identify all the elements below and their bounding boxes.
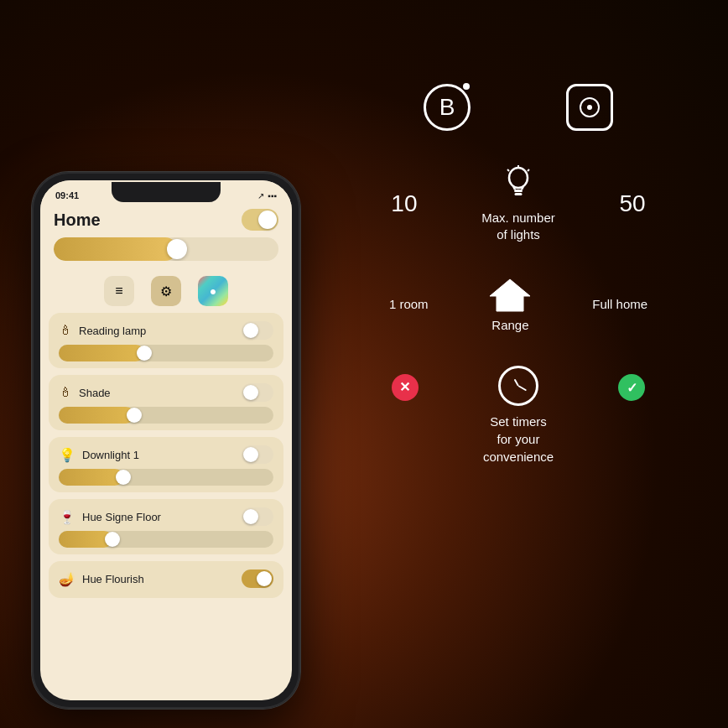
bluetooth-registered-dot	[463, 83, 470, 90]
light-name-reading: Reading lamp	[79, 325, 146, 337]
light-item-downlight: 💡 Downlight 1	[49, 437, 283, 492]
clock-icon	[498, 366, 538, 406]
bridge-feature	[566, 84, 613, 131]
slider-shade[interactable]	[59, 407, 273, 424]
range-center: Range	[488, 276, 532, 332]
x-circle-icon: ✕	[392, 374, 419, 401]
toggle-signe[interactable]	[242, 507, 273, 526]
slider-downlight[interactable]	[59, 469, 273, 486]
light-item-signe: 🍷 Hue Signe Floor	[49, 499, 283, 554]
svg-point-0	[509, 168, 528, 188]
slider-reading[interactable]	[59, 345, 273, 361]
bluetooth-symbol: B	[439, 96, 455, 119]
home-icon	[488, 276, 532, 313]
timers-label2: for your	[483, 430, 554, 448]
light-list: 🕯 Reading lamp 🕯 Shade	[40, 313, 292, 605]
svg-marker-8	[490, 279, 530, 311]
bridge-icon	[566, 84, 613, 131]
connectivity-row: B	[342, 84, 694, 131]
light-icon-downlight: 💡	[59, 447, 75, 463]
max-lights-center: Max. number of lights	[481, 164, 555, 242]
light-icon-signe: 🍷	[59, 509, 75, 525]
range-section: 1 room Range Full home	[342, 276, 694, 332]
tab-list[interactable]: ≡	[104, 276, 134, 306]
bluetooth-icon: B	[424, 84, 471, 131]
bridge-dot	[587, 105, 592, 110]
check-symbol: ✓	[627, 380, 637, 396]
toggle-shade[interactable]	[242, 383, 273, 402]
home-toggle[interactable]	[242, 209, 278, 231]
svg-rect-4	[514, 193, 522, 195]
max-lights-label1: Max. number	[481, 210, 555, 226]
light-icon-reading: 🕯	[59, 323, 72, 338]
brightness-slider[interactable]	[54, 237, 278, 261]
brightness-thumb	[167, 239, 187, 259]
battery-icon: ▪▪▪	[268, 191, 277, 200]
info-panel: B 10 M	[342, 84, 694, 465]
light-icon-shade: 🕯	[59, 385, 72, 400]
check-circle-icon: ✓	[618, 374, 645, 401]
timers-label3: convenience	[483, 448, 554, 465]
range-min-label: 1 room	[389, 297, 429, 311]
location-icon: ↗	[257, 191, 264, 200]
svg-line-7	[528, 169, 529, 171]
bulb-icon	[506, 164, 531, 201]
light-name-signe: Hue Signe Floor	[82, 511, 161, 523]
x-symbol: ✕	[399, 381, 410, 394]
range-max-label: Full home	[592, 297, 647, 311]
light-name-flourish: Hue Flourish	[82, 573, 144, 585]
bridge-inner-circle	[580, 97, 600, 117]
app-title: Home	[54, 211, 101, 230]
toggle-downlight[interactable]	[242, 445, 273, 464]
light-name-shade: Shade	[79, 387, 111, 399]
min-lights-value: 10	[391, 190, 417, 217]
phone-mockup: 09:41 ↗ ▪▪▪ Home ≡ ⚙ ●	[32, 172, 300, 709]
status-icons: ↗ ▪▪▪	[257, 191, 277, 200]
max-lights-value: 50	[619, 190, 645, 217]
timers-label1: Set timers	[483, 413, 554, 430]
range-label: Range	[491, 318, 528, 332]
light-name-downlight: Downlight 1	[82, 449, 139, 461]
brightness-fill	[54, 237, 177, 261]
tab-settings[interactable]: ⚙	[151, 276, 181, 306]
status-time: 09:41	[55, 190, 79, 200]
light-item-flourish: 🪔 Hue Flourish	[49, 561, 283, 598]
slider-signe[interactable]	[59, 531, 273, 548]
max-lights-label2: of lights	[481, 226, 555, 243]
tab-bar: ≡ ⚙ ●	[40, 269, 292, 313]
phone-notch	[112, 182, 221, 202]
tab-color[interactable]: ●	[198, 276, 228, 306]
timers-section: ✕ Set timers for your convenience ✓	[342, 366, 694, 465]
toggle-flourish[interactable]	[242, 569, 273, 588]
timers-center: Set timers for your convenience	[483, 366, 554, 465]
light-item-reading-lamp: 🕯 Reading lamp	[49, 313, 283, 368]
max-lights-section: 10 Max. number of lights 50	[342, 164, 694, 242]
clock-minute-hand	[517, 385, 527, 391]
bluetooth-feature: B	[424, 84, 471, 131]
svg-rect-3	[514, 190, 523, 192]
phone-screen: 09:41 ↗ ▪▪▪ Home ≡ ⚙ ●	[40, 180, 292, 700]
toggle-reading-lamp[interactable]	[242, 321, 273, 340]
light-icon-flourish: 🪔	[59, 571, 75, 587]
light-item-shade: 🕯 Shade	[49, 375, 283, 430]
app-header: Home	[40, 204, 292, 237]
svg-line-6	[507, 169, 509, 171]
